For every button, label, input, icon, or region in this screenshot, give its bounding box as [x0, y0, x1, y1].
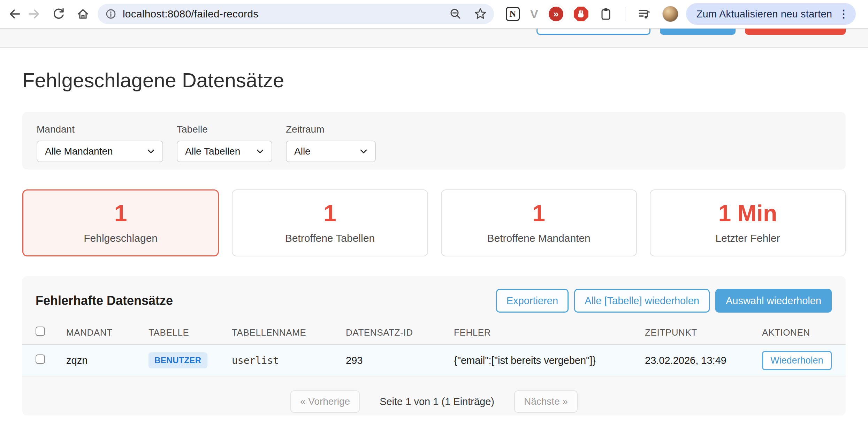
browser-toolbar: localhost:8080/failed-records N V » Zum …	[0, 0, 868, 29]
cell-datensatz-id: 293	[346, 355, 454, 366]
restart-to-update-button[interactable]: Zum Aktualisieren neu starten ⋮	[686, 3, 856, 25]
zeitraum-select-value: Alle	[294, 146, 311, 157]
stat-value: 1	[323, 202, 336, 225]
tabelle-select[interactable]: Alle Tabellen	[177, 141, 272, 162]
row-retry-button[interactable]: Wiederholen	[762, 351, 832, 370]
stat-label: Betroffene Mandanten	[487, 232, 590, 244]
cell-mandant: zqzn	[66, 355, 149, 366]
tabelle-select-value: Alle Tabellen	[185, 146, 240, 157]
next-page-button[interactable]: Nächste »	[514, 390, 578, 413]
mandant-filter-label: Mandant	[37, 124, 163, 135]
retry-all-button[interactable]: Alle [Tabelle] wiederholen	[574, 289, 710, 313]
zeitraum-select[interactable]: Alle	[286, 141, 376, 162]
table-header-row: MANDANT TABELLE TABELLENNAME DATENSATZ-I…	[22, 321, 846, 345]
pagination: « Vorherige Seite 1 von 1 (1 Einträge) N…	[22, 376, 846, 413]
mandant-select-value: Alle Mandanten	[45, 146, 113, 157]
zoom-out-icon[interactable]	[449, 7, 463, 21]
column-header-fehler[interactable]: FEHLER	[454, 327, 645, 338]
stat-label: Fehlgeschlagen	[84, 232, 158, 244]
chevron-down-icon	[360, 149, 367, 154]
page-header-band	[0, 29, 868, 48]
bookmark-star-icon[interactable]	[473, 7, 488, 21]
reload-icon[interactable]	[49, 4, 68, 24]
column-header-tabelle[interactable]: TABELLE	[149, 327, 232, 338]
mandant-select[interactable]: Alle Mandanten	[37, 141, 163, 162]
column-header-mandant[interactable]: MANDANT	[66, 327, 149, 338]
column-header-tabellenname[interactable]: TABELLENNAME	[232, 327, 346, 338]
stat-label: Betroffene Tabellen	[285, 232, 375, 244]
column-header-aktionen[interactable]: AKTIONEN	[762, 327, 846, 338]
stat-value: 1	[532, 202, 545, 225]
notion-extension-icon[interactable]: N	[506, 7, 520, 21]
adblock-extension-icon[interactable]	[574, 7, 588, 21]
filter-bar: Mandant Alle Mandanten Tabelle Alle Tabe…	[22, 112, 846, 170]
tabelle-badge: BENUTZER	[149, 352, 207, 368]
stat-value: 1 Min	[718, 202, 777, 225]
column-header-zeitpunkt[interactable]: ZEITPUNKT	[645, 327, 762, 338]
cell-zeitpunkt: 23.02.2026, 13:49	[645, 355, 762, 366]
header-partial-outline-button[interactable]	[536, 29, 650, 35]
forward-icon[interactable]	[24, 4, 44, 24]
chevron-down-icon	[147, 149, 155, 154]
stat-card-betroffene-mandanten[interactable]: 1 Betroffene Mandanten	[441, 189, 637, 256]
header-partial-blue-button[interactable]	[660, 29, 736, 35]
stat-card-betroffene-tabellen[interactable]: 1 Betroffene Tabellen	[232, 189, 428, 256]
back-icon[interactable]	[5, 4, 24, 24]
header-partial-red-button[interactable]	[745, 29, 846, 35]
restart-label: Zum Aktualisieren neu starten	[696, 8, 832, 20]
pagination-info: Seite 1 von 1 (1 Einträge)	[380, 396, 494, 407]
stats-row: 1 Fehlgeschlagen 1 Betroffene Tabellen 1…	[22, 189, 846, 256]
previous-page-button[interactable]: « Vorherige	[290, 390, 360, 413]
v-extension-icon[interactable]: V	[530, 7, 538, 21]
clipboard-extension-icon[interactable]	[599, 7, 613, 21]
cell-tabellenname: userlist	[232, 355, 346, 366]
select-all-checkbox[interactable]	[36, 327, 45, 336]
stat-card-fehlgeschlagen[interactable]: 1 Fehlgeschlagen	[22, 189, 219, 256]
browser-menu-icon[interactable]: ⋮	[838, 11, 849, 17]
fastforward-extension-icon[interactable]: »	[549, 7, 563, 21]
url-text[interactable]: localhost:8080/failed-records	[123, 8, 449, 20]
address-bar[interactable]: localhost:8080/failed-records	[98, 4, 494, 24]
zeitraum-filter-label: Zeitraum	[286, 124, 376, 135]
panel-title: Fehlerhafte Datensätze	[36, 293, 173, 308]
stat-value: 1	[114, 202, 127, 225]
media-playlist-icon[interactable]	[637, 7, 652, 21]
failed-records-panel: Fehlerhafte Datensätze Exportieren Alle …	[22, 276, 846, 416]
page-title: Fehlgeschlagene Datensätze	[22, 70, 846, 90]
home-icon[interactable]	[73, 4, 93, 24]
column-header-datensatz-id[interactable]: DATENSATZ-ID	[346, 327, 454, 338]
row-checkbox[interactable]	[36, 354, 45, 364]
stat-label: Letzter Fehler	[715, 232, 780, 244]
profile-avatar[interactable]	[662, 6, 678, 22]
toolbar-divider	[625, 7, 625, 21]
tabelle-filter-label: Tabelle	[177, 124, 272, 135]
site-info-icon[interactable]	[104, 7, 118, 21]
stat-card-letzter-fehler[interactable]: 1 Min Letzter Fehler	[650, 189, 846, 256]
export-button[interactable]: Exportieren	[496, 289, 569, 313]
cell-fehler: {"email":["ist bereits vergeben"]}	[454, 355, 645, 366]
table-row[interactable]: zqzn BENUTZER userlist 293 {"email":["is…	[22, 345, 846, 376]
chevron-down-icon	[256, 149, 264, 154]
retry-selection-button[interactable]: Auswahl wiederholen	[715, 289, 832, 313]
